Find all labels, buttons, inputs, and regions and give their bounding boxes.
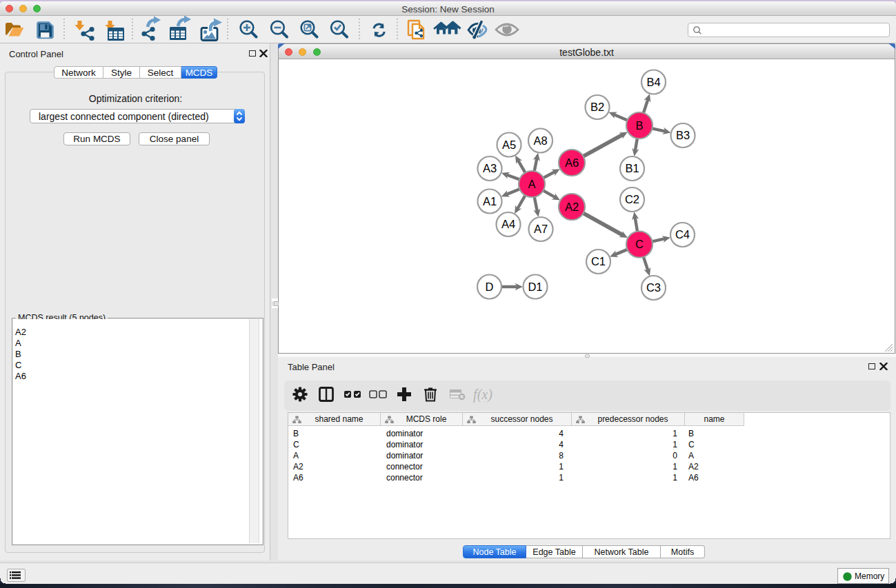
svg-text:A2: A2 xyxy=(565,201,579,213)
svg-text:f(x): f(x) xyxy=(473,387,492,403)
svg-text:A7: A7 xyxy=(534,223,548,235)
svg-text:B2: B2 xyxy=(590,101,604,113)
svg-text:B1: B1 xyxy=(625,162,639,174)
svg-text:C: C xyxy=(635,238,644,250)
svg-text:C2: C2 xyxy=(625,193,639,205)
svg-text:A3: A3 xyxy=(483,162,497,174)
svg-text:A6: A6 xyxy=(565,156,579,169)
svg-text:C1: C1 xyxy=(591,255,606,267)
svg-text:B4: B4 xyxy=(646,76,660,88)
svg-text:C4: C4 xyxy=(675,228,690,241)
svg-text:A: A xyxy=(528,178,535,190)
svg-text:A4: A4 xyxy=(501,218,515,230)
svg-text:C3: C3 xyxy=(646,281,661,294)
svg-text:B: B xyxy=(635,119,643,132)
svg-text:B3: B3 xyxy=(676,129,690,141)
svg-text:A1: A1 xyxy=(483,195,497,207)
svg-text:A5: A5 xyxy=(502,139,516,151)
svg-text:D1: D1 xyxy=(528,281,542,293)
svg-text:A8: A8 xyxy=(533,134,547,147)
svg-text:D: D xyxy=(486,281,494,293)
